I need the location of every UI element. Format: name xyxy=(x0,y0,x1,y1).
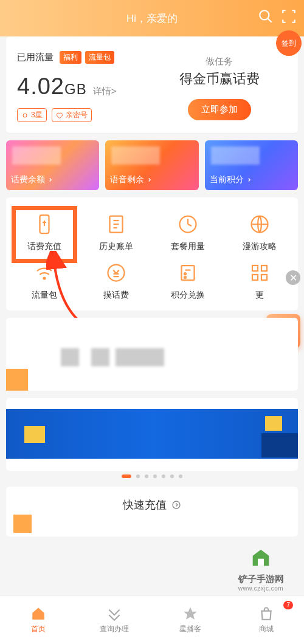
join-button[interactable]: 立即参加 xyxy=(188,99,251,120)
task-subtitle: 做任务 xyxy=(157,56,282,67)
used-data-label: 已用流量 xyxy=(17,52,54,63)
header-greeting: Hi，亲爱的 xyxy=(126,12,178,26)
bag-icon xyxy=(258,606,274,622)
promo-strip-1[interactable] xyxy=(6,318,298,391)
star-badge[interactable]: 3星 xyxy=(17,108,47,122)
roaming-icon xyxy=(249,213,271,235)
data-pack-tag[interactable]: 流量包 xyxy=(85,51,114,64)
coin-icon xyxy=(105,262,127,284)
bill-history-icon xyxy=(105,213,127,235)
usage-meter-icon xyxy=(177,213,199,235)
watermark: 铲子手游网 www.czxjc.com xyxy=(221,546,300,592)
search-icon[interactable] xyxy=(258,9,274,24)
svg-point-2 xyxy=(23,114,27,117)
nav-star[interactable]: 星播客 xyxy=(152,596,228,644)
task-title: 得金币赢话费 xyxy=(157,70,282,88)
chevron-right-icon xyxy=(171,500,181,510)
redeem-icon xyxy=(177,262,199,284)
svg-rect-18 xyxy=(252,265,258,271)
svg-rect-19 xyxy=(261,265,267,271)
scan-icon[interactable] xyxy=(281,9,297,24)
svg-rect-14 xyxy=(182,265,195,280)
phone-recharge-icon xyxy=(33,213,55,235)
quick-recharge-title: 快速充值 xyxy=(123,498,167,512)
svg-rect-20 xyxy=(252,275,258,280)
grid-item-touch-fee[interactable]: 摸话费 xyxy=(80,258,152,304)
points-card[interactable]: 当前积分 xyxy=(205,140,298,190)
nav-query[interactable]: 查询办理 xyxy=(76,596,152,644)
promo-banner[interactable] xyxy=(6,398,298,471)
home-icon xyxy=(30,606,46,622)
nav-shop-badge: 7 xyxy=(283,601,293,609)
grid-item-history[interactable]: 历史账单 xyxy=(80,210,152,256)
star-icon xyxy=(182,606,198,622)
query-icon xyxy=(106,606,122,622)
voice-card[interactable]: 语音剩余 xyxy=(105,140,198,190)
grid-item-redeem[interactable]: 积分兑换 xyxy=(152,258,224,304)
nav-shop[interactable]: 商城 7 xyxy=(228,596,304,644)
benefit-tag[interactable]: 福利 xyxy=(60,51,81,64)
svg-point-16 xyxy=(184,273,186,275)
nav-home[interactable]: 首页 xyxy=(0,596,76,644)
wifi-icon xyxy=(33,262,55,284)
bottom-nav: 首页 查询办理 星播客 商城 7 xyxy=(0,595,304,644)
intimate-badge[interactable]: 亲密号 xyxy=(52,108,92,122)
svg-point-12 xyxy=(44,278,46,279)
svg-rect-23 xyxy=(258,559,264,566)
quick-recharge-card[interactable]: 快速充值 xyxy=(6,487,298,536)
grid-item-more[interactable]: 更 xyxy=(224,258,295,304)
svg-point-22 xyxy=(173,501,180,509)
svg-rect-21 xyxy=(261,275,267,280)
balance-card[interactable]: 话费余额 xyxy=(6,140,99,190)
carousel-dots xyxy=(0,474,304,478)
usage-value: 4.02GB xyxy=(17,74,87,100)
more-grid-icon xyxy=(249,262,271,284)
svg-line-1 xyxy=(268,18,272,22)
usage-card: 签到 已用流量 福利 流量包 4.02GB 详情> 3星 亲密号 做任务 得金币… xyxy=(6,36,298,133)
stats-row: 话费余额 语音剩余 当前积分 xyxy=(6,140,298,190)
grid-item-roaming[interactable]: 漫游攻略 xyxy=(224,210,295,256)
grid-item-data-pack[interactable]: 流量包 xyxy=(9,258,80,304)
grid-item-recharge[interactable]: 话费充值 xyxy=(9,210,80,256)
grid-item-usage[interactable]: 套餐用量 xyxy=(152,210,224,256)
app-header: Hi，亲爱的 xyxy=(0,0,304,36)
checkin-badge[interactable]: 签到 xyxy=(276,30,302,56)
services-grid-card: 话费充值 历史账单 套餐用量 漫游攻略 流量包 摸话费 积分兑换 更 xyxy=(6,197,298,310)
usage-detail-link[interactable]: 详情> xyxy=(93,86,117,97)
svg-point-0 xyxy=(260,10,269,19)
svg-point-17 xyxy=(184,276,186,278)
close-icon[interactable]: ✕ xyxy=(286,270,300,285)
